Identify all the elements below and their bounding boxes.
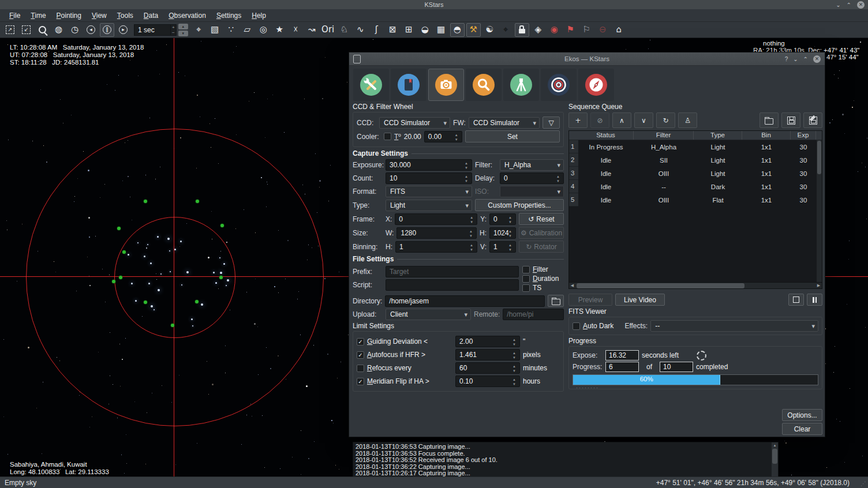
limit-value-spin[interactable]: 2.00 (455, 336, 520, 347)
pause-sequence-button[interactable] (807, 294, 822, 306)
equatorial-grid-icon[interactable]: ⊞ (402, 23, 416, 37)
pause-clock-icon[interactable]: ‖ (100, 23, 114, 37)
limit-checkbox[interactable] (357, 378, 364, 385)
flag-gray-icon[interactable]: ⚐ (579, 23, 594, 37)
sequence-job-row[interactable]: 5 Idle OIII Flat 1x1 30 (569, 193, 822, 207)
count-spin[interactable]: 10 (386, 172, 472, 184)
menu-item[interactable]: View (87, 10, 111, 21)
type-select[interactable]: Light (386, 200, 472, 211)
limit-checkbox[interactable] (357, 351, 364, 359)
menu-item[interactable]: Tools (113, 10, 138, 21)
set-time-icon[interactable]: ◷ (68, 23, 82, 37)
set-temperature-button[interactable]: Set (465, 130, 560, 142)
comet-icon[interactable]: ↝ (305, 23, 319, 37)
prefix-input[interactable]: Target (390, 268, 409, 276)
menu-item[interactable]: File (5, 10, 25, 21)
save-sequence-button[interactable] (781, 112, 800, 128)
constellation-art-icon[interactable]: ♘ (337, 23, 351, 37)
menu-item[interactable]: Pointing (52, 10, 86, 21)
scroll-right-icon[interactable]: ▶ (815, 283, 822, 288)
duration-suffix-checkbox[interactable] (522, 275, 530, 283)
constellation-boundaries-icon[interactable]: ⊠ (386, 23, 400, 37)
tab-scheduler[interactable] (391, 69, 426, 101)
live-video-button[interactable]: Live Video (615, 294, 665, 306)
open-sequence-button[interactable] (760, 112, 779, 128)
dialog-maximize-icon[interactable]: ⌃ (803, 56, 808, 62)
record-icon[interactable]: ◉ (547, 23, 562, 37)
sequence-job-row[interactable]: 1 In Progress H_Alpha Light 1x1 30 (569, 140, 822, 153)
tab-setup[interactable] (353, 69, 389, 101)
menu-item[interactable]: Help (247, 10, 271, 21)
constellation-names-icon[interactable]: Ori (321, 23, 335, 37)
abort-icon[interactable]: ⊖ (596, 23, 610, 37)
reset-frame-button[interactable]: ↺Reset (519, 213, 564, 225)
iso-select[interactable] (500, 186, 564, 197)
limit-value-spin[interactable]: 1.461 (455, 349, 520, 361)
lock-icon[interactable] (515, 23, 529, 37)
filter-suffix-checkbox[interactable] (522, 266, 530, 273)
effects-select[interactable]: -- (650, 320, 818, 332)
frame-y-spin[interactable]: 0 (489, 213, 516, 225)
move-job-down-button[interactable]: ∨ (634, 112, 653, 128)
constellation-art-alt-icon[interactable]: ∿ (353, 23, 368, 37)
tab-focus[interactable] (466, 69, 502, 101)
delay-spin[interactable]: 0 (500, 172, 564, 184)
bright-star-icon[interactable]: ★ (272, 23, 287, 37)
filter-select[interactable]: H_Alpha (500, 159, 564, 171)
script-input[interactable] (386, 279, 519, 291)
device-manager-icon[interactable]: ◓ (450, 23, 465, 37)
zoom-in-icon[interactable]: ↗ (3, 23, 17, 37)
exposure-spin[interactable]: 30.000 (386, 159, 472, 171)
cooler-checkbox[interactable] (384, 133, 391, 140)
browse-directory-button[interactable] (548, 295, 564, 307)
menu-item[interactable]: Time (26, 10, 50, 21)
calibration-button[interactable]: ⚙Calibration (519, 227, 564, 239)
tab-capture[interactable] (428, 69, 464, 101)
upload-select[interactable]: Client (386, 309, 471, 320)
step-back-icon[interactable]: ◂ (84, 23, 98, 37)
constellation-lines-icon[interactable]: ☓ (289, 23, 303, 37)
options-button[interactable]: Options... (782, 409, 822, 421)
minimize-icon[interactable]: ⌄ (836, 2, 840, 8)
remote-input[interactable]: /home/pi (507, 310, 533, 318)
flag-red-icon[interactable]: ⚑ (563, 23, 578, 37)
custom-properties-button[interactable]: Custom Properties... (475, 199, 564, 211)
horizon-icon[interactable]: ◒ (418, 23, 432, 37)
bin-h-spin[interactable]: 1 (395, 241, 477, 253)
show-stars-icon[interactable]: ∵ (224, 23, 238, 37)
center-telescope-icon[interactable]: ⌖ (499, 23, 513, 37)
geographic-location-icon[interactable]: ◍ (51, 23, 66, 37)
limit-value-spin[interactable]: 60 (455, 362, 520, 374)
filter-wheel-button[interactable]: ▽ (542, 117, 560, 129)
directory-input[interactable]: /home/jasem (385, 295, 545, 307)
move-job-up-button[interactable]: ∧ (612, 112, 631, 128)
tab-align[interactable] (578, 69, 614, 101)
reset-jobs-button[interactable]: ↻ (656, 112, 675, 128)
zoom-out-icon[interactable]: ↙ (19, 23, 33, 37)
clear-button[interactable]: Clear (782, 423, 822, 435)
ekos-titlebar[interactable]: Ekos — KStars ? ⌄ ⌃ ✕ (349, 52, 825, 66)
time-step-spinbox[interactable]: 1 sec +− ▲▼ (134, 24, 188, 36)
dialog-close-icon[interactable]: ✕ (813, 55, 821, 63)
frame-x-spin[interactable]: 0 (395, 213, 477, 225)
stop-sequence-button[interactable] (788, 294, 804, 306)
step-forward-icon[interactable]: ▸ (116, 23, 130, 37)
find-object-icon[interactable] (35, 23, 50, 37)
close-icon[interactable]: ✕ (857, 1, 865, 9)
sky-image-icon[interactable]: ▧ (208, 23, 222, 37)
size-h-spin[interactable]: 1024 (489, 227, 516, 239)
time-step-plusminus[interactable]: +− (171, 24, 177, 36)
track-object-icon[interactable]: ⌖ (192, 23, 206, 37)
fw-select[interactable]: CCD Simulator (469, 117, 540, 129)
tab-guide[interactable] (541, 69, 577, 101)
sequence-job-row[interactable]: 2 Idle SII Light 1x1 30 (569, 153, 822, 167)
scroll-up-icon[interactable]: ▲ (772, 442, 778, 448)
observer-button[interactable]: ♙ (678, 112, 697, 128)
deep-sky-objects-icon[interactable]: ◎ (256, 23, 271, 37)
maximize-icon[interactable]: ⌃ (847, 2, 851, 8)
dialog-minimize-icon[interactable]: ⌄ (793, 56, 798, 62)
temperature-target-spin[interactable]: 0.00 (424, 131, 462, 142)
menu-item[interactable]: Observation (164, 10, 211, 21)
table-horizontal-scrollbar[interactable]: ◀ ▶ (568, 283, 822, 289)
limit-checkbox[interactable] (357, 365, 364, 372)
